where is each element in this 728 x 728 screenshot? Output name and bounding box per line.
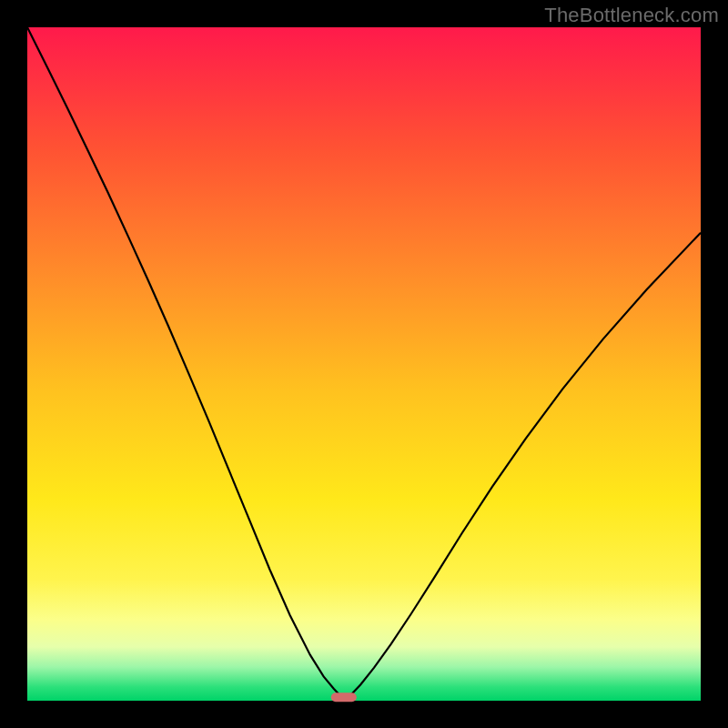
- minimum-marker: [331, 693, 357, 702]
- chart-frame: TheBottleneck.com: [0, 0, 728, 728]
- curve-right-branch: [344, 233, 701, 701]
- watermark-text: TheBottleneck.com: [544, 4, 719, 27]
- curve-left-branch: [27, 27, 344, 701]
- plot-area: [27, 27, 701, 701]
- curve-layer: [27, 27, 701, 701]
